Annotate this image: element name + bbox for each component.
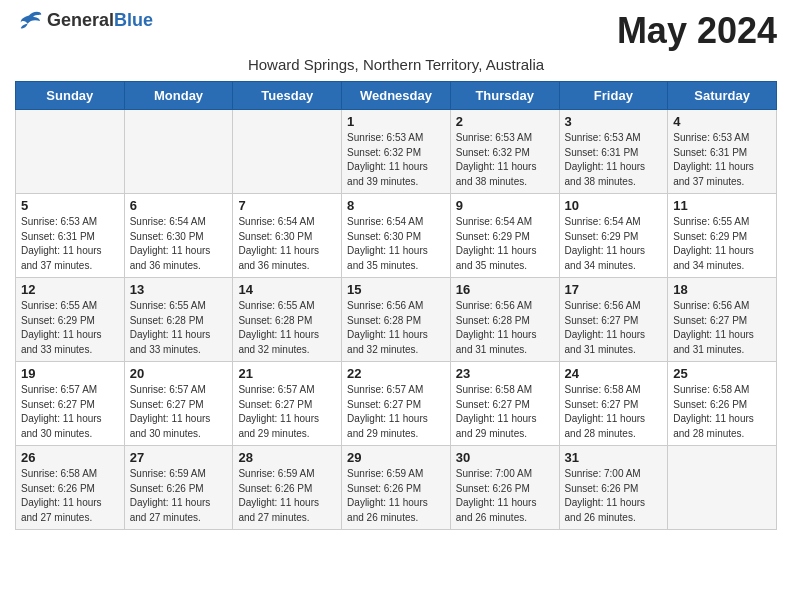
day-number: 5	[21, 198, 119, 213]
cell-sun-info: Sunrise: 6:57 AM Sunset: 6:27 PM Dayligh…	[130, 383, 228, 441]
day-number: 12	[21, 282, 119, 297]
calendar-cell: 31Sunrise: 7:00 AM Sunset: 6:26 PM Dayli…	[559, 446, 668, 530]
day-number: 13	[130, 282, 228, 297]
calendar-cell: 29Sunrise: 6:59 AM Sunset: 6:26 PM Dayli…	[342, 446, 451, 530]
day-number: 28	[238, 450, 336, 465]
calendar-cell: 18Sunrise: 6:56 AM Sunset: 6:27 PM Dayli…	[668, 278, 777, 362]
day-number: 7	[238, 198, 336, 213]
calendar-cell: 27Sunrise: 6:59 AM Sunset: 6:26 PM Dayli…	[124, 446, 233, 530]
calendar-cell: 7Sunrise: 6:54 AM Sunset: 6:30 PM Daylig…	[233, 194, 342, 278]
cell-sun-info: Sunrise: 6:54 AM Sunset: 6:30 PM Dayligh…	[238, 215, 336, 273]
day-number: 9	[456, 198, 554, 213]
cell-sun-info: Sunrise: 6:59 AM Sunset: 6:26 PM Dayligh…	[130, 467, 228, 525]
calendar-cell	[16, 110, 125, 194]
day-number: 31	[565, 450, 663, 465]
calendar-cell: 12Sunrise: 6:55 AM Sunset: 6:29 PM Dayli…	[16, 278, 125, 362]
calendar-cell: 5Sunrise: 6:53 AM Sunset: 6:31 PM Daylig…	[16, 194, 125, 278]
calendar-cell: 17Sunrise: 6:56 AM Sunset: 6:27 PM Dayli…	[559, 278, 668, 362]
month-title: May 2024	[617, 10, 777, 52]
calendar-cell: 25Sunrise: 6:58 AM Sunset: 6:26 PM Dayli…	[668, 362, 777, 446]
calendar-week-row: 1Sunrise: 6:53 AM Sunset: 6:32 PM Daylig…	[16, 110, 777, 194]
cell-sun-info: Sunrise: 6:55 AM Sunset: 6:28 PM Dayligh…	[238, 299, 336, 357]
cell-sun-info: Sunrise: 6:55 AM Sunset: 6:29 PM Dayligh…	[673, 215, 771, 273]
calendar-header-row: SundayMondayTuesdayWednesdayThursdayFrid…	[16, 82, 777, 110]
calendar-cell: 23Sunrise: 6:58 AM Sunset: 6:27 PM Dayli…	[450, 362, 559, 446]
day-header-saturday: Saturday	[668, 82, 777, 110]
day-header-tuesday: Tuesday	[233, 82, 342, 110]
calendar-table: SundayMondayTuesdayWednesdayThursdayFrid…	[15, 81, 777, 530]
page-header: GeneralBlue May 2024	[15, 10, 777, 52]
calendar-cell: 10Sunrise: 6:54 AM Sunset: 6:29 PM Dayli…	[559, 194, 668, 278]
cell-sun-info: Sunrise: 6:57 AM Sunset: 6:27 PM Dayligh…	[21, 383, 119, 441]
day-number: 30	[456, 450, 554, 465]
calendar-cell: 24Sunrise: 6:58 AM Sunset: 6:27 PM Dayli…	[559, 362, 668, 446]
day-number: 27	[130, 450, 228, 465]
calendar-cell	[668, 446, 777, 530]
cell-sun-info: Sunrise: 6:54 AM Sunset: 6:30 PM Dayligh…	[347, 215, 445, 273]
day-number: 22	[347, 366, 445, 381]
calendar-cell: 14Sunrise: 6:55 AM Sunset: 6:28 PM Dayli…	[233, 278, 342, 362]
day-number: 4	[673, 114, 771, 129]
day-number: 26	[21, 450, 119, 465]
day-number: 17	[565, 282, 663, 297]
cell-sun-info: Sunrise: 6:59 AM Sunset: 6:26 PM Dayligh…	[238, 467, 336, 525]
cell-sun-info: Sunrise: 6:57 AM Sunset: 6:27 PM Dayligh…	[347, 383, 445, 441]
cell-sun-info: Sunrise: 7:00 AM Sunset: 6:26 PM Dayligh…	[565, 467, 663, 525]
cell-sun-info: Sunrise: 6:58 AM Sunset: 6:27 PM Dayligh…	[456, 383, 554, 441]
cell-sun-info: Sunrise: 6:54 AM Sunset: 6:29 PM Dayligh…	[565, 215, 663, 273]
day-number: 19	[21, 366, 119, 381]
calendar-cell	[233, 110, 342, 194]
calendar-cell: 16Sunrise: 6:56 AM Sunset: 6:28 PM Dayli…	[450, 278, 559, 362]
cell-sun-info: Sunrise: 6:58 AM Sunset: 6:26 PM Dayligh…	[21, 467, 119, 525]
calendar-cell: 1Sunrise: 6:53 AM Sunset: 6:32 PM Daylig…	[342, 110, 451, 194]
calendar-cell: 6Sunrise: 6:54 AM Sunset: 6:30 PM Daylig…	[124, 194, 233, 278]
day-number: 1	[347, 114, 445, 129]
cell-sun-info: Sunrise: 6:53 AM Sunset: 6:32 PM Dayligh…	[347, 131, 445, 189]
day-number: 20	[130, 366, 228, 381]
day-number: 2	[456, 114, 554, 129]
calendar-cell: 4Sunrise: 6:53 AM Sunset: 6:31 PM Daylig…	[668, 110, 777, 194]
logo-general: General	[47, 10, 114, 30]
logo: GeneralBlue	[15, 10, 153, 32]
cell-sun-info: Sunrise: 6:57 AM Sunset: 6:27 PM Dayligh…	[238, 383, 336, 441]
cell-sun-info: Sunrise: 6:55 AM Sunset: 6:28 PM Dayligh…	[130, 299, 228, 357]
logo-blue: Blue	[114, 10, 153, 30]
calendar-cell: 20Sunrise: 6:57 AM Sunset: 6:27 PM Dayli…	[124, 362, 233, 446]
calendar-body: 1Sunrise: 6:53 AM Sunset: 6:32 PM Daylig…	[16, 110, 777, 530]
calendar-cell: 8Sunrise: 6:54 AM Sunset: 6:30 PM Daylig…	[342, 194, 451, 278]
day-number: 21	[238, 366, 336, 381]
day-number: 6	[130, 198, 228, 213]
calendar-cell: 15Sunrise: 6:56 AM Sunset: 6:28 PM Dayli…	[342, 278, 451, 362]
calendar-cell: 9Sunrise: 6:54 AM Sunset: 6:29 PM Daylig…	[450, 194, 559, 278]
day-number: 14	[238, 282, 336, 297]
cell-sun-info: Sunrise: 6:53 AM Sunset: 6:31 PM Dayligh…	[673, 131, 771, 189]
calendar-cell: 13Sunrise: 6:55 AM Sunset: 6:28 PM Dayli…	[124, 278, 233, 362]
cell-sun-info: Sunrise: 7:00 AM Sunset: 6:26 PM Dayligh…	[456, 467, 554, 525]
day-number: 16	[456, 282, 554, 297]
day-header-monday: Monday	[124, 82, 233, 110]
day-number: 25	[673, 366, 771, 381]
logo-bird-icon	[15, 10, 43, 32]
cell-sun-info: Sunrise: 6:56 AM Sunset: 6:28 PM Dayligh…	[347, 299, 445, 357]
calendar-cell: 2Sunrise: 6:53 AM Sunset: 6:32 PM Daylig…	[450, 110, 559, 194]
calendar-cell: 19Sunrise: 6:57 AM Sunset: 6:27 PM Dayli…	[16, 362, 125, 446]
day-number: 15	[347, 282, 445, 297]
cell-sun-info: Sunrise: 6:53 AM Sunset: 6:31 PM Dayligh…	[565, 131, 663, 189]
day-number: 8	[347, 198, 445, 213]
day-header-thursday: Thursday	[450, 82, 559, 110]
cell-sun-info: Sunrise: 6:56 AM Sunset: 6:27 PM Dayligh…	[673, 299, 771, 357]
calendar-cell: 22Sunrise: 6:57 AM Sunset: 6:27 PM Dayli…	[342, 362, 451, 446]
calendar-cell: 3Sunrise: 6:53 AM Sunset: 6:31 PM Daylig…	[559, 110, 668, 194]
calendar-week-row: 12Sunrise: 6:55 AM Sunset: 6:29 PM Dayli…	[16, 278, 777, 362]
calendar-cell	[124, 110, 233, 194]
day-number: 10	[565, 198, 663, 213]
day-number: 3	[565, 114, 663, 129]
cell-sun-info: Sunrise: 6:53 AM Sunset: 6:31 PM Dayligh…	[21, 215, 119, 273]
cell-sun-info: Sunrise: 6:54 AM Sunset: 6:29 PM Dayligh…	[456, 215, 554, 273]
calendar-cell: 21Sunrise: 6:57 AM Sunset: 6:27 PM Dayli…	[233, 362, 342, 446]
subtitle: Howard Springs, Northern Territory, Aust…	[15, 56, 777, 73]
calendar-cell: 28Sunrise: 6:59 AM Sunset: 6:26 PM Dayli…	[233, 446, 342, 530]
cell-sun-info: Sunrise: 6:59 AM Sunset: 6:26 PM Dayligh…	[347, 467, 445, 525]
calendar-week-row: 19Sunrise: 6:57 AM Sunset: 6:27 PM Dayli…	[16, 362, 777, 446]
day-number: 11	[673, 198, 771, 213]
